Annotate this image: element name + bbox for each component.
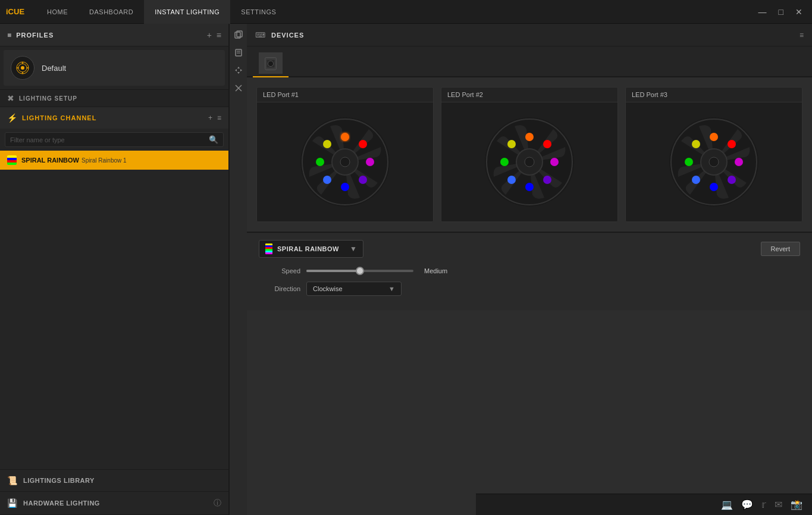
direction-select[interactable]: Clockwise ▼	[306, 282, 402, 296]
panel-body-port2	[441, 102, 617, 221]
panel-header-port2: LED Port #2	[441, 88, 617, 102]
app-name: iCUE	[6, 7, 24, 16]
device-panel-port3: LED Port #3	[625, 87, 802, 222]
nav-dashboard[interactable]: DASHBOARD	[79, 0, 144, 24]
lighting-setup-header: ✖ LIGHTING SETUP	[0, 89, 228, 107]
monitor-icon[interactable]: 💻	[721, 499, 733, 510]
nav-instant-lighting[interactable]: INSTANT LIGHTING	[144, 0, 230, 24]
minimize-button[interactable]: —	[755, 6, 770, 18]
svg-point-25	[341, 133, 349, 141]
device-panel-port2: LED Port #2	[441, 87, 618, 222]
svg-point-32	[323, 140, 331, 148]
svg-point-43	[500, 158, 509, 166]
paste-tool-button[interactable]	[230, 44, 247, 61]
svg-point-2	[21, 66, 24, 70]
channel-menu-button[interactable]: ≡	[217, 114, 221, 122]
hardware-icon: 💾	[7, 498, 17, 508]
lighting-channel-title: LIGHTING CHANNEL	[22, 114, 208, 121]
devices-more-button[interactable]: ≡	[800, 31, 804, 39]
svg-point-39	[550, 158, 559, 166]
wrench-icon: ✖	[7, 93, 14, 103]
speed-control-row: Speed Medium	[259, 267, 800, 274]
svg-point-41	[525, 183, 534, 191]
device-panels: LED Port #1	[247, 77, 812, 232]
svg-point-48	[709, 157, 719, 167]
direction-label: Direction	[259, 285, 300, 292]
sidebar-item-hardware-lighting[interactable]: 💾 HARDWARE LIGHTING ⓘ	[0, 492, 228, 515]
svg-point-42	[507, 176, 516, 184]
effect-bar: SPIRAL RAINBOW ▼ Revert	[259, 240, 800, 258]
move-tool-button[interactable]	[230, 62, 247, 79]
titlebar: iCUE HOME DASHBOARD INSTANT LIGHTING SET…	[0, 0, 812, 24]
add-profile-button[interactable]: +	[207, 30, 212, 40]
search-icon: 🔍	[209, 135, 218, 144]
svg-point-27	[366, 158, 374, 166]
add-channel-button[interactable]: +	[208, 114, 212, 122]
svg-marker-13	[237, 72, 240, 74]
devices-header: ⌨ DEVICES ≡	[247, 24, 812, 46]
devices-title: DEVICES	[271, 32, 304, 39]
revert-button[interactable]: Revert	[761, 242, 800, 256]
twitter-icon[interactable]: 𝕣	[761, 499, 766, 510]
profile-icon	[11, 56, 35, 80]
svg-point-28	[359, 176, 367, 184]
content-area: ⌨ DEVICES ≡	[247, 24, 812, 515]
profiles-icon: ■	[7, 31, 11, 39]
icue-logo-icon	[15, 61, 30, 75]
hardware-label: HARDWARE LIGHTING	[23, 500, 100, 507]
svg-point-49	[710, 133, 718, 141]
svg-point-38	[543, 140, 551, 148]
profile-item-default[interactable]: Default	[4, 50, 225, 86]
svg-point-37	[525, 133, 534, 141]
speed-slider[interactable]	[306, 270, 413, 272]
svg-point-44	[507, 140, 516, 148]
chat-icon[interactable]: 💬	[741, 499, 753, 510]
nav-home[interactable]: HOME	[36, 0, 79, 24]
device-thumb-0	[259, 52, 283, 74]
lighting-item-spiral-rainbow[interactable]: SPIRAL RAINBOW Spiral Rainbow 1	[0, 151, 228, 170]
maximize-button[interactable]: □	[775, 6, 787, 18]
sidebar-item-lightings-library[interactable]: 📜 LIGHTINGS LIBRARY	[0, 470, 228, 492]
direction-dropdown-arrow: ▼	[388, 285, 395, 292]
effect-selector-label: SPIRAL RAINBOW	[277, 245, 339, 252]
middle-area: ⌨ DEVICES ≡	[229, 24, 812, 515]
svg-point-29	[341, 183, 349, 191]
speed-label: Speed	[259, 267, 300, 274]
delete-tool-button[interactable]	[230, 80, 247, 96]
fan-svg-port2	[482, 114, 577, 210]
library-label: LIGHTINGS LIBRARY	[23, 477, 95, 484]
effect-selector[interactable]: SPIRAL RAINBOW ▼	[259, 240, 363, 258]
svg-point-52	[728, 176, 736, 184]
effect-dropdown-arrow: ▼	[350, 245, 357, 253]
svg-point-36	[525, 157, 534, 167]
lighting-list: SPIRAL RAINBOW Spiral Rainbow 1	[0, 151, 228, 469]
svg-point-31	[316, 158, 324, 166]
fan-svg-port1	[297, 114, 393, 210]
device-tab-0[interactable]	[253, 46, 289, 77]
copy-tool-button[interactable]	[230, 26, 247, 43]
fan-svg-port3	[666, 114, 761, 210]
profiles-title: PROFILES	[16, 32, 206, 39]
close-button[interactable]: ✕	[792, 6, 806, 18]
panel-header-port1: LED Port #1	[257, 88, 433, 102]
sidebar: ■ PROFILES + ≡ Default	[0, 24, 229, 515]
svg-point-51	[735, 158, 743, 166]
tool-strip	[229, 24, 247, 515]
svg-point-50	[728, 140, 736, 148]
effect-name: SPIRAL RAINBOW	[21, 157, 79, 164]
search-input[interactable]	[10, 136, 209, 143]
panel-body-port1	[257, 102, 433, 221]
svg-marker-12	[237, 67, 240, 68]
direction-control-row: Direction Clockwise ▼	[259, 282, 800, 296]
stream-icon[interactable]: 📸	[791, 499, 802, 510]
profiles-header: ■ PROFILES + ≡	[0, 24, 228, 46]
library-icon: 📜	[7, 476, 17, 485]
panel-body-port3	[626, 102, 802, 221]
panel-header-port3: LED Port #3	[626, 88, 802, 102]
main-nav: HOME DASHBOARD INSTANT LIGHTING SETTINGS	[36, 0, 754, 24]
facebook-icon[interactable]: ✉	[775, 499, 782, 510]
nav-settings[interactable]: SETTINGS	[230, 0, 287, 24]
svg-point-20	[268, 61, 273, 66]
direction-value: Clockwise	[313, 285, 343, 292]
profiles-menu-button[interactable]: ≡	[217, 30, 221, 40]
